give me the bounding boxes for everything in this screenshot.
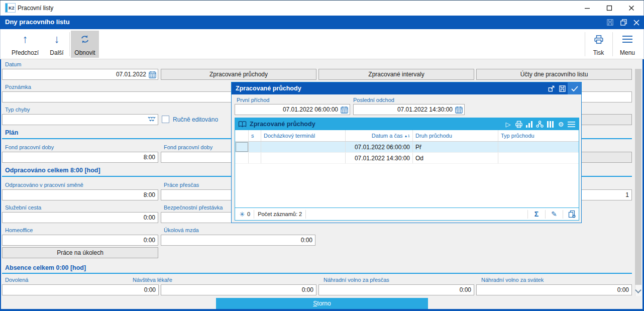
datum-input[interactable]: 07.01.2022 — [2, 69, 158, 80]
grid-menu-button[interactable] — [566, 118, 577, 130]
copy-add-icon — [568, 210, 576, 218]
odpracovano-input[interactable]: 8:00 — [2, 189, 158, 200]
calendar-icon[interactable] — [149, 71, 156, 78]
cell-typ — [498, 142, 579, 152]
navsteva-label: Návštěva lékaře — [133, 277, 172, 283]
odpracovano-label: Odpracováno v pracovní směně — [5, 182, 83, 188]
form-caption-title: Dny pracovního listu — [5, 18, 70, 26]
zpracovane-pruchody-dialog: Zpracované průchody První příchod 07.01.… — [231, 82, 582, 223]
minimize-button[interactable] — [576, 1, 598, 16]
maximize-button[interactable] — [598, 1, 620, 16]
bar-chart-icon — [526, 121, 533, 128]
arrow-down-icon: ↓ — [54, 33, 60, 46]
table-row[interactable]: 07.01.2022 14:30:00 Od — [235, 153, 579, 164]
sluzebni-cesta-value: 0:00 — [3, 214, 158, 221]
posledni-odchod-label: Poslední odchod — [353, 97, 394, 103]
dialog-confirm-button[interactable] — [568, 82, 581, 94]
dialog-titlebar: Zpracované průchody — [232, 82, 581, 94]
dovolena-value: 0:00 — [3, 286, 158, 293]
posledni-odchod-input[interactable]: 07.01.2022 14:30:00 — [353, 104, 465, 115]
chart-button[interactable] — [524, 118, 534, 130]
form-caption-bar: Dny pracovního listu — [0, 16, 644, 29]
zpracovane-intervaly-button[interactable]: Zpracované intervaly — [318, 69, 474, 80]
typ-chyby-combo[interactable] — [2, 114, 158, 125]
close-form-button[interactable] — [632, 18, 641, 27]
section-odpracovano-heading: Odpracováno celkem 8:00 [hod] — [5, 167, 100, 174]
homeoffice-label: Homeoffice — [5, 227, 33, 233]
dropdown-icon[interactable] — [148, 117, 156, 123]
row-selector-cell[interactable] — [235, 142, 249, 152]
grid-settings-button[interactable]: ⚙ — [556, 118, 566, 130]
menu-button[interactable]: Menu — [614, 31, 640, 58]
refresh-label: Obnovit — [74, 49, 95, 56]
refresh-button[interactable]: Obnovit — [71, 31, 99, 58]
restore-window-button[interactable] — [619, 18, 628, 27]
scrollbar-thumb[interactable] — [635, 69, 641, 285]
print-button[interactable]: Tisk — [587, 31, 610, 58]
column-header-druh[interactable]: Druh průchodu — [413, 130, 498, 141]
fond-left-input[interactable]: 8:00 — [2, 152, 158, 163]
grid-print-button[interactable] — [513, 118, 524, 130]
pending-count: 0 — [247, 211, 250, 217]
column-header-s[interactable]: s — [249, 130, 261, 141]
cell-terminal — [261, 153, 346, 163]
ukolova-mzda-label: Úkolová mzda — [164, 227, 199, 233]
poznamka-label: Poznámka — [5, 84, 31, 90]
cell-terminal — [261, 142, 346, 152]
columns-icon — [547, 121, 554, 128]
sluzebni-cesta-input[interactable]: 0:00 — [2, 212, 158, 223]
section-plan-heading: Plán — [5, 129, 18, 136]
copy-record-button[interactable] — [567, 210, 577, 218]
popout-button[interactable] — [546, 82, 557, 94]
dialog-title: Zpracované průchody — [236, 85, 546, 92]
homeoffice-input[interactable]: 0:00 — [2, 235, 158, 246]
homeoffice-value: 0:00 — [3, 237, 158, 244]
status-separator — [563, 210, 563, 219]
nv-svatek-input[interactable]: 0:00 — [476, 284, 632, 295]
close-icon — [633, 19, 640, 26]
prace-na-ukolech-button[interactable]: Práce na úkolech — [2, 247, 158, 258]
nv-prescas-input[interactable]: 0:00 — [318, 284, 474, 295]
grid-empty-area — [235, 164, 579, 208]
status-separator — [527, 210, 528, 219]
cell-s — [249, 142, 261, 152]
run-button[interactable]: ▷ — [503, 118, 513, 130]
sum-button[interactable]: Σ — [531, 210, 542, 218]
sluzebni-cesta-label: Služební cesta — [5, 204, 41, 211]
close-button[interactable] — [620, 1, 642, 16]
hamburger-menu-icon — [622, 33, 633, 46]
next-button[interactable]: ↓ Další — [46, 31, 68, 58]
prvni-prichod-input[interactable]: 07.01.2022 06:00:00 — [235, 104, 350, 115]
column-header-typ[interactable]: Typ průchodu — [498, 130, 579, 141]
navsteva-input[interactable]: 0:00 — [161, 284, 316, 295]
row-selector-cell[interactable] — [235, 153, 249, 163]
cell-druh: Od — [413, 153, 498, 163]
save-record-button[interactable] — [605, 18, 614, 27]
dovolena-input[interactable]: 0:00 — [2, 284, 159, 295]
calendar-icon[interactable] — [341, 106, 348, 114]
typ-chyby-label: Typ chyby — [5, 107, 30, 113]
column-header-selector[interactable] — [235, 130, 249, 141]
cell-datetime: 07.01.2022 14:30:00 — [346, 153, 413, 163]
columns-button[interactable] — [545, 118, 556, 130]
table-row[interactable]: 07.01.2022 06:00:00 Př — [235, 142, 579, 153]
ukolova-mzda-input[interactable]: 0:00 — [161, 235, 315, 246]
dialog-save-button[interactable] — [557, 82, 568, 94]
save-icon — [606, 19, 614, 26]
related-records-button[interactable] — [534, 118, 545, 130]
navsteva-value: 0:00 — [161, 286, 316, 293]
previous-button[interactable]: ↑ Předchozí — [6, 31, 45, 58]
edit-button[interactable]: ✎ — [549, 210, 559, 218]
previous-label: Předchozí — [12, 49, 39, 56]
storno-button[interactable]: Storno — [216, 298, 428, 309]
calendar-icon[interactable] — [455, 106, 463, 114]
zpracovane-pruchody-button[interactable]: Zpracované průchody — [161, 69, 316, 80]
grid-caption-bar: Zpracované průchody ▷ ⚙ — [235, 118, 579, 130]
ucty-dne-button[interactable]: Účty dne pracovního listu — [476, 69, 632, 80]
rucne-editovano-checkbox[interactable] — [162, 116, 169, 123]
app-window: K2 Pracovní listy Dny pracovního listu ↑… — [0, 0, 644, 311]
nv-prescas-label: Náhradní volno za přesčas — [324, 277, 389, 283]
column-header-terminal[interactable]: Docházkový terminál — [261, 130, 346, 141]
column-header-datetime[interactable]: Datum a čas ▲ 1 — [346, 130, 413, 141]
status-separator — [305, 210, 306, 219]
